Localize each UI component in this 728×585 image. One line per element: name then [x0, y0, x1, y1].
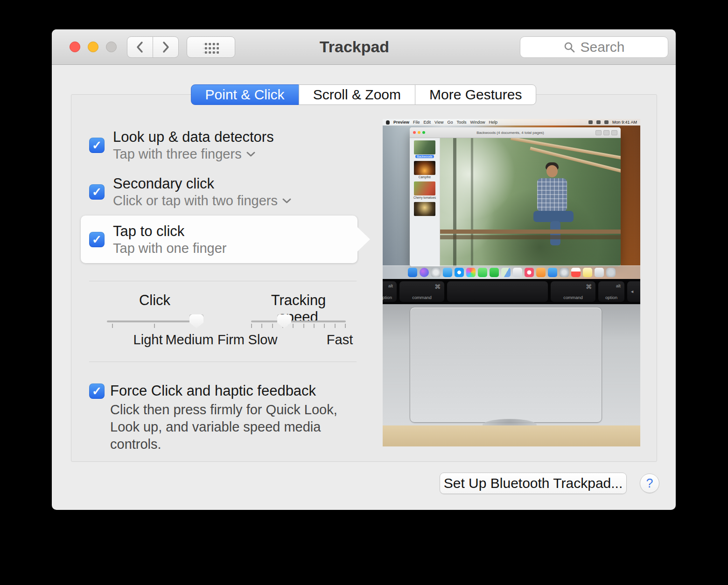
- option-key-right: alt option: [598, 281, 624, 302]
- apple-icon: [386, 120, 390, 125]
- slider-tick: [154, 324, 155, 328]
- zoom-button: [106, 42, 117, 52]
- tap-to-click-gesture-value: Tap with one finger: [113, 240, 226, 256]
- tree-trunk: [453, 138, 456, 266]
- secondary-click-gesture-value: Click or tap with two fingers: [113, 193, 278, 209]
- demo-minimize-dot: [418, 131, 420, 134]
- click-slider-track[interactable]: [107, 320, 203, 322]
- dock-icon: [606, 268, 616, 277]
- option-key-left: alt option: [383, 281, 397, 302]
- menu-status-icon: [596, 120, 601, 124]
- spacebar-key: [447, 281, 548, 302]
- command-symbol: ⌘: [586, 283, 592, 290]
- demo-dock: [383, 265, 640, 279]
- tracking-slider-track[interactable]: [251, 320, 346, 322]
- person-legs: [533, 211, 574, 222]
- demo-thumbnail-label: Campfire: [417, 175, 432, 179]
- secondary-click-row: Secondary click Click or tap with two fi…: [89, 175, 292, 209]
- person-shirt: [537, 178, 567, 212]
- demo-macbook-body: [383, 304, 640, 425]
- trackpad-demo-video: Preview File Edit View Go Tools Window H…: [383, 119, 640, 446]
- demo-thumbnail: Cherry tomatoes: [410, 181, 440, 199]
- tab-point-and-click[interactable]: Point & Click: [191, 84, 299, 105]
- demo-menu-bar: Preview File Edit View Go Tools Window H…: [383, 119, 640, 125]
- tracking-label-fast: Fast: [327, 332, 353, 348]
- demo-menu-item: Help: [489, 120, 497, 125]
- demo-preview-titlebar: Backwoods (4 documents, 4 total pages): [410, 127, 621, 138]
- setup-bluetooth-trackpad-button[interactable]: Set Up Bluetooth Trackpad...: [440, 473, 627, 494]
- tap-to-click-checkbox[interactable]: [89, 232, 105, 247]
- dock-icon: [443, 268, 452, 277]
- force-click-checkbox[interactable]: [89, 383, 105, 399]
- dock-icon: [408, 268, 417, 277]
- dock-icon: [536, 268, 546, 277]
- trackpad-preferences-window: Trackpad Search Point & Click Scroll & Z…: [52, 29, 676, 510]
- demo-keyboard: alt option ⌘ command ⌘ command alt optio…: [383, 279, 640, 304]
- demo-thumbnail-image: [414, 161, 435, 175]
- dock-icon: [560, 268, 569, 277]
- click-slider-thumb[interactable]: [189, 314, 203, 328]
- dock-icon: [420, 268, 429, 277]
- command-key-right: ⌘ command: [551, 281, 595, 302]
- force-click-row: Force Click and haptic feedback Click th…: [89, 382, 350, 453]
- tracking-label-slow: Slow: [248, 332, 278, 348]
- dock-icon: [525, 268, 534, 277]
- demo-menu-item: Edit: [424, 120, 431, 125]
- demo-preview-window: Backwoods (4 documents, 4 total pages) B…: [410, 127, 621, 266]
- tab-more-gestures[interactable]: More Gestures: [415, 84, 536, 105]
- menu-status-icon: [604, 120, 609, 124]
- dock-icon: [478, 268, 487, 277]
- title-bar: Trackpad Search: [52, 29, 676, 65]
- demo-menu-item: Window: [470, 120, 485, 125]
- callout-arrow: [357, 227, 370, 252]
- dock-icon: [571, 268, 581, 277]
- demo-thumbnail: [410, 202, 440, 216]
- tracking-slider-ticks: [251, 324, 346, 328]
- demo-sidebar: Backwoods Campfire Cherry tomatoes: [410, 138, 440, 266]
- demo-menu-item: Go: [447, 120, 453, 125]
- nav-buttons: [127, 36, 179, 58]
- dock-icon: [455, 268, 464, 277]
- key-legend: command: [551, 295, 595, 300]
- dock-icon: [513, 268, 522, 277]
- click-label-firm: Firm: [217, 332, 245, 348]
- help-button[interactable]: ?: [640, 474, 659, 493]
- chevron-right-icon: [161, 41, 170, 54]
- click-label-medium: Medium: [165, 332, 213, 348]
- dock-icon: [501, 268, 511, 277]
- menu-status-icon: [588, 120, 593, 124]
- key-legend: option: [383, 295, 397, 300]
- divider: [89, 281, 357, 281]
- lookup-data-detectors-checkbox[interactable]: [89, 138, 105, 153]
- forward-button[interactable]: [153, 36, 179, 58]
- key-legend: command: [399, 295, 444, 300]
- close-button[interactable]: [70, 42, 80, 52]
- search-field[interactable]: Search: [520, 36, 668, 58]
- chevron-down-icon: [282, 198, 292, 204]
- demo-menu-item: View: [434, 120, 443, 125]
- secondary-click-checkbox[interactable]: [89, 184, 105, 200]
- demo-thumbnail-image: [414, 181, 435, 195]
- demo-toolbar-icon: [595, 130, 602, 135]
- tab-scroll-and-zoom[interactable]: Scroll & Zoom: [299, 84, 415, 105]
- slider-tick: [112, 324, 113, 328]
- tap-to-click-row: Tap to click Tap with one finger: [81, 223, 226, 256]
- demo-doc-title: Backwoods (4 documents, 4 total pages): [427, 131, 594, 135]
- lookup-data-detectors-row: Look up & data detectors Tap with three …: [89, 128, 274, 162]
- tap-to-click-label: Tap to click: [113, 223, 226, 240]
- arrow-key: ◄: [627, 281, 640, 302]
- demo-thumbnail-image: [414, 140, 435, 154]
- lookup-gesture-dropdown[interactable]: Tap with three fingers: [113, 146, 274, 162]
- tap-to-click-callout: Tap to click Tap with one finger: [81, 216, 357, 263]
- minimize-button[interactable]: [88, 42, 98, 52]
- demo-thumbnail-label: Cherry tomatoes: [412, 196, 437, 199]
- demo-menu-item: Preview: [393, 120, 409, 125]
- dock-icon: [490, 268, 499, 277]
- demo-thumbnail: Backwoods: [410, 140, 440, 158]
- demo-photo: [440, 138, 621, 266]
- chevron-down-icon: [246, 151, 256, 157]
- chevron-left-icon: [136, 41, 144, 54]
- secondary-click-gesture-dropdown[interactable]: Click or tap with two fingers: [113, 193, 292, 209]
- dock-icon: [583, 268, 592, 277]
- back-button[interactable]: [127, 36, 153, 58]
